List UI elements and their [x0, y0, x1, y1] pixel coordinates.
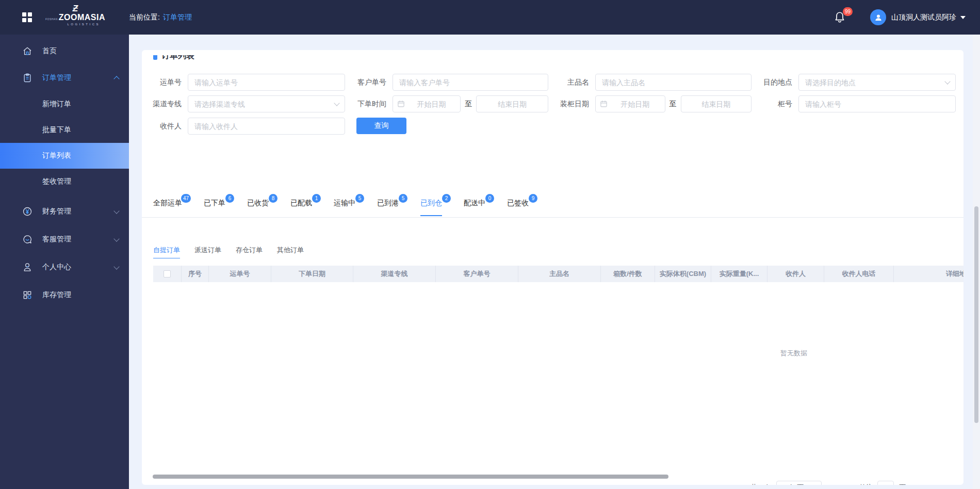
- filter-label: 收件人: [160, 118, 182, 135]
- tab-arrived-port[interactable]: 已到港5: [377, 199, 399, 216]
- sidebar-item-order-list[interactable]: 订单列表: [0, 143, 129, 169]
- empty-state-text: 暂无数据: [780, 349, 807, 358]
- person-icon: [22, 262, 32, 272]
- goto-unit: 页: [899, 483, 906, 485]
- sidebar-item-new-order[interactable]: 新增订单: [0, 91, 129, 117]
- filter-label: 客户单号: [357, 74, 386, 91]
- container-date-end-input[interactable]: [685, 100, 747, 108]
- user-caret-down-icon[interactable]: [960, 16, 966, 19]
- tab-count-badge: 2: [442, 194, 451, 203]
- current-page-button[interactable]: 1: [835, 484, 846, 485]
- receiver-input[interactable]: [188, 118, 345, 135]
- tab-ordered[interactable]: 已下单6: [204, 199, 225, 216]
- order-time-end-input[interactable]: [481, 100, 544, 108]
- column-header: 实际体积(CBM): [655, 266, 711, 282]
- column-header: 下单日期: [271, 266, 353, 282]
- status-tabs: 全部运单47 已下单6 已收货8 已配载1 运输中5 已到港5 已到仓2 配送中…: [153, 199, 529, 216]
- sidebar-item-label: 批量下单: [42, 125, 71, 135]
- filter-customer-no: 客户单号: [393, 74, 548, 91]
- sidebar-item-home[interactable]: 首页: [0, 38, 129, 64]
- column-header: 客户单号: [436, 266, 518, 282]
- filter-order-time: 下单时间 至: [393, 95, 548, 112]
- tab-all-waybills[interactable]: 全部运单47: [153, 199, 182, 216]
- column-header: 收件人: [767, 266, 824, 282]
- vertical-scrollbar[interactable]: [973, 35, 980, 489]
- card-title-clipped: 订单列表: [153, 55, 287, 60]
- tab-delivering[interactable]: 配送中0: [464, 199, 485, 216]
- sidebar-item-label: 财务管理: [42, 207, 71, 216]
- filter-container-date: 装柜日期 至: [595, 95, 752, 112]
- sidebar-item-order-management[interactable]: 订单管理: [0, 64, 129, 91]
- filter-channel: 渠道专线: [188, 95, 345, 112]
- yen-circle-icon: [22, 206, 32, 217]
- sidebar-item-sign-management[interactable]: 签收管理: [0, 169, 129, 194]
- search-button[interactable]: 查询: [356, 118, 406, 134]
- horizontal-scrollbar-thumb[interactable]: [153, 475, 668, 479]
- sidebar-item-batch-order[interactable]: 批量下单: [0, 117, 129, 143]
- username[interactable]: 山顶洞人测试员阿珍: [891, 13, 956, 22]
- column-header: 渠道专线: [353, 266, 436, 282]
- vertical-scrollbar-thumb[interactable]: [974, 206, 978, 423]
- container-no-input[interactable]: [798, 95, 956, 112]
- tab-count-badge: 5: [399, 194, 407, 203]
- filter-destination: 目的地点: [798, 74, 956, 91]
- subtab-self-pickup[interactable]: 自提订单: [153, 246, 180, 258]
- notifications-button[interactable]: 99: [833, 10, 846, 25]
- sidebar-item-label: 新增订单: [42, 100, 71, 109]
- tab-loaded[interactable]: 已配载1: [290, 199, 312, 216]
- main-content: 订单列表 运单号 客户单号 主品名 目的地点: [129, 35, 980, 489]
- sidebar: 首页 订单管理 新增订单 批量下单 订单列表 签收管理: [0, 35, 129, 489]
- channel-select[interactable]: [188, 95, 345, 112]
- tab-received[interactable]: 已收货8: [247, 199, 269, 216]
- table-header: 序号 运单号 下单日期 渠道专线 客户单号 主品名 箱数/件数 实际体积(CBM…: [153, 266, 963, 282]
- subtab-delivery[interactable]: 派送订单: [194, 246, 221, 258]
- subtab-storage[interactable]: 存仓订单: [236, 246, 263, 258]
- customer-no-input[interactable]: [393, 74, 548, 91]
- column-header: 序号: [182, 266, 209, 282]
- sidebar-item-label: 订单管理: [42, 73, 71, 83]
- avatar[interactable]: [870, 9, 886, 25]
- destination-select[interactable]: [798, 74, 956, 91]
- calendar-icon: [397, 100, 405, 108]
- tab-count-badge: 5: [355, 194, 364, 203]
- brand-logo: Ƶ FOSHAN ZOOMASIA LOGISTICS: [50, 4, 101, 26]
- breadcrumb-link[interactable]: 订单管理: [163, 13, 192, 22]
- filter-label: 运单号: [160, 74, 182, 91]
- column-header: 主品名: [518, 266, 601, 282]
- goto-page-input[interactable]: [877, 481, 894, 485]
- column-header: 实际重量(K...: [711, 266, 767, 282]
- avatar-person-icon: [874, 13, 883, 22]
- sidebar-item-inventory[interactable]: 库存管理: [0, 281, 129, 309]
- sidebar-item-label: 签收管理: [42, 177, 71, 186]
- subtab-other[interactable]: 其他订单: [277, 246, 304, 258]
- brand-pre: FOSHAN: [45, 18, 58, 21]
- tab-signed[interactable]: 已签收9: [507, 199, 529, 216]
- sidebar-item-personal-center[interactable]: 个人中心: [0, 253, 129, 281]
- apps-grid-icon[interactable]: [22, 12, 32, 23]
- tab-arrived-warehouse[interactable]: 已到仓2: [420, 199, 442, 216]
- sidebar-item-customer-service[interactable]: 客服管理: [0, 225, 129, 253]
- tab-in-transit[interactable]: 运输中5: [334, 199, 355, 216]
- pagination-total: 共 0 条: [750, 483, 771, 485]
- waybill-input[interactable]: [188, 74, 345, 91]
- sidebar-item-label: 个人中心: [42, 263, 71, 272]
- column-header: 运单号: [209, 266, 271, 282]
- sidebar-item-label: 库存管理: [42, 290, 71, 300]
- container-date-start-input[interactable]: [610, 100, 661, 108]
- chevron-down-icon: [812, 484, 818, 485]
- page-size-select[interactable]: 20条/页: [776, 481, 822, 485]
- tab-count-badge: 1: [312, 194, 321, 203]
- product-input[interactable]: [595, 74, 752, 91]
- next-page-button[interactable]: ›: [851, 483, 854, 485]
- chevron-down-icon: [113, 236, 119, 241]
- sidebar-item-label: 客服管理: [42, 235, 71, 244]
- filter-waybill: 运单号: [188, 74, 345, 91]
- brand-mark: Ƶ: [50, 4, 101, 13]
- prev-page-button[interactable]: ‹: [827, 483, 829, 485]
- breadcrumb: 当前位置: 订单管理: [129, 0, 192, 35]
- select-all-checkbox[interactable]: [164, 270, 171, 278]
- inventory-grid-icon: [22, 290, 32, 300]
- sidebar-item-finance[interactable]: 财务管理: [0, 198, 129, 225]
- filter-product: 主品名: [595, 74, 752, 91]
- order-time-start-input[interactable]: [407, 100, 456, 108]
